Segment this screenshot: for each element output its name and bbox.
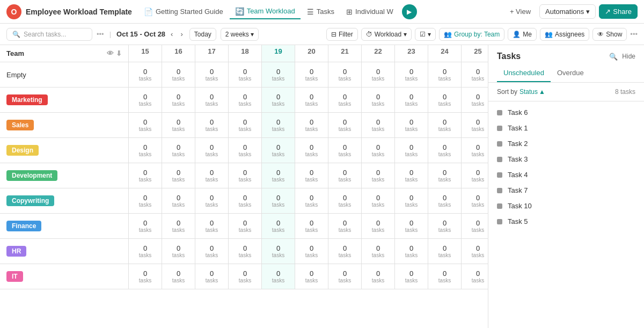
share-button[interactable]: ↗ Share: [599, 4, 638, 19]
cell-it-22[interactable]: 0tasks: [362, 264, 395, 289]
tasks-tab-unscheduled[interactable]: Unscheduled: [497, 65, 551, 82]
task-item-task5[interactable]: Task 5: [488, 214, 644, 229]
cell-marketing-22[interactable]: 0tasks: [362, 88, 395, 112]
search-box[interactable]: 🔍 Search tasks...: [6, 28, 92, 41]
team-cell-marketing[interactable]: Marketing: [0, 88, 129, 112]
cell-hr-16[interactable]: 0tasks: [162, 239, 195, 264]
cell-finance-22[interactable]: 0tasks: [362, 214, 395, 238]
tab-team-workload[interactable]: 🔄 Team Workload: [230, 4, 301, 19]
cell-marketing-16[interactable]: 0tasks: [162, 88, 195, 112]
cell-empty-24[interactable]: 0tasks: [428, 62, 462, 87]
cell-it-18[interactable]: 0tasks: [229, 264, 262, 289]
cell-copywriting-17[interactable]: 0tasks: [195, 188, 229, 213]
tab-individual-w[interactable]: ⊞ Individual W: [341, 5, 399, 19]
task-item-task6[interactable]: Task 6: [488, 105, 644, 120]
cell-empty-20[interactable]: 0tasks: [295, 62, 328, 87]
tasks-tab-overdue[interactable]: Overdue: [551, 65, 590, 82]
cell-hr-18[interactable]: 0tasks: [229, 239, 262, 264]
cell-empty-23[interactable]: 0tasks: [395, 62, 428, 87]
cell-development-22[interactable]: 0tasks: [362, 163, 395, 188]
cell-design-19[interactable]: 0tasks: [262, 138, 295, 163]
assignees-button[interactable]: 👥 Assignees: [540, 28, 589, 41]
me-button[interactable]: 👤 Me: [508, 28, 537, 41]
cell-it-15[interactable]: 0tasks: [129, 264, 162, 289]
cell-sales-18[interactable]: 0tasks: [229, 113, 262, 137]
cell-development-20[interactable]: 0tasks: [295, 163, 328, 188]
cell-marketing-20[interactable]: 0tasks: [295, 88, 328, 112]
cell-empty-15[interactable]: 0tasks: [129, 62, 162, 87]
cell-copywriting-18[interactable]: 0tasks: [229, 188, 262, 213]
cell-sales-19[interactable]: 0tasks: [262, 113, 295, 137]
cell-empty-18[interactable]: 0tasks: [229, 62, 262, 87]
cell-copywriting-24[interactable]: 0tasks: [428, 188, 462, 213]
automations-button[interactable]: Automations ▾: [539, 4, 596, 19]
cell-finance-15[interactable]: 0tasks: [129, 214, 162, 238]
team-cell-it[interactable]: IT: [0, 264, 129, 289]
show-more-icon[interactable]: •••: [630, 30, 638, 38]
cell-finance-16[interactable]: 0tasks: [162, 214, 195, 238]
weeks-selector[interactable]: 2 weeks ▾: [221, 28, 259, 41]
cell-finance-21[interactable]: 0tasks: [328, 214, 362, 238]
cell-sales-25[interactable]: 0tasks: [462, 113, 488, 137]
cell-sales-15[interactable]: 0tasks: [129, 113, 162, 137]
cell-empty-17[interactable]: 0tasks: [195, 62, 229, 87]
cell-development-17[interactable]: 0tasks: [195, 163, 229, 188]
cell-hr-17[interactable]: 0tasks: [195, 239, 229, 264]
cell-development-21[interactable]: 0tasks: [328, 163, 362, 188]
cell-development-24[interactable]: 0tasks: [428, 163, 462, 188]
cell-empty-19[interactable]: 0tasks: [262, 62, 295, 87]
cell-empty-22[interactable]: 0tasks: [362, 62, 395, 87]
cell-marketing-19[interactable]: 0tasks: [262, 88, 295, 112]
cell-finance-25[interactable]: 0tasks: [462, 214, 488, 238]
cell-sales-22[interactable]: 0tasks: [362, 113, 395, 137]
cell-marketing-17[interactable]: 0tasks: [195, 88, 229, 112]
group-by-button[interactable]: 👥 Group by: Team: [439, 28, 504, 41]
tasks-search-icon[interactable]: 🔍: [609, 53, 618, 61]
cell-design-16[interactable]: 0tasks: [162, 138, 195, 163]
team-cell-design[interactable]: Design: [0, 138, 129, 163]
cell-hr-19[interactable]: 0tasks: [262, 239, 295, 264]
tab-getting-started[interactable]: 📄 Getting Started Guide: [138, 5, 229, 19]
cell-hr-25[interactable]: 0tasks: [462, 239, 488, 264]
prev-date-btn[interactable]: ‹: [169, 29, 175, 39]
tasks-hide-btn[interactable]: Hide: [622, 53, 635, 61]
cell-development-15[interactable]: 0tasks: [129, 163, 162, 188]
cell-it-23[interactable]: 0tasks: [395, 264, 428, 289]
show-button[interactable]: 👁 Show: [592, 28, 627, 41]
cell-sales-16[interactable]: 0tasks: [162, 113, 195, 137]
today-button[interactable]: Today: [189, 28, 216, 41]
cell-hr-24[interactable]: 0tasks: [428, 239, 462, 264]
cell-marketing-25[interactable]: 0tasks: [462, 88, 488, 112]
cell-design-22[interactable]: 0tasks: [362, 138, 395, 163]
cell-hr-23[interactable]: 0tasks: [395, 239, 428, 264]
cell-development-16[interactable]: 0tasks: [162, 163, 195, 188]
next-date-btn[interactable]: ›: [178, 29, 185, 39]
cell-development-25[interactable]: 0tasks: [462, 163, 488, 188]
cell-empty-21[interactable]: 0tasks: [328, 62, 362, 87]
cell-design-17[interactable]: 0tasks: [195, 138, 229, 163]
task-item-task7[interactable]: Task 7: [488, 183, 644, 198]
cell-it-25[interactable]: 0tasks: [462, 264, 488, 289]
cell-copywriting-25[interactable]: 0tasks: [462, 188, 488, 213]
filter-button[interactable]: ⊟ Filter: [326, 28, 358, 41]
sort-status-button[interactable]: Status ▲: [519, 88, 545, 96]
team-cell-hr[interactable]: HR: [0, 239, 129, 264]
cell-it-19[interactable]: 0tasks: [262, 264, 295, 289]
team-cell-finance[interactable]: Finance: [0, 214, 129, 238]
cell-design-20[interactable]: 0tasks: [295, 138, 328, 163]
cell-marketing-24[interactable]: 0tasks: [428, 88, 462, 112]
cell-it-16[interactable]: 0tasks: [162, 264, 195, 289]
cell-it-21[interactable]: 0tasks: [328, 264, 362, 289]
cell-copywriting-22[interactable]: 0tasks: [362, 188, 395, 213]
add-tab-btn[interactable]: ▶: [402, 4, 417, 19]
cell-copywriting-21[interactable]: 0tasks: [328, 188, 362, 213]
checkbox-filter[interactable]: ☑ ▾: [415, 28, 436, 41]
cell-copywriting-16[interactable]: 0tasks: [162, 188, 195, 213]
cell-copywriting-15[interactable]: 0tasks: [129, 188, 162, 213]
cell-copywriting-23[interactable]: 0tasks: [395, 188, 428, 213]
add-view-button[interactable]: + View: [504, 5, 536, 18]
cell-development-23[interactable]: 0tasks: [395, 163, 428, 188]
cell-hr-22[interactable]: 0tasks: [362, 239, 395, 264]
cell-design-18[interactable]: 0tasks: [229, 138, 262, 163]
cell-sales-23[interactable]: 0tasks: [395, 113, 428, 137]
